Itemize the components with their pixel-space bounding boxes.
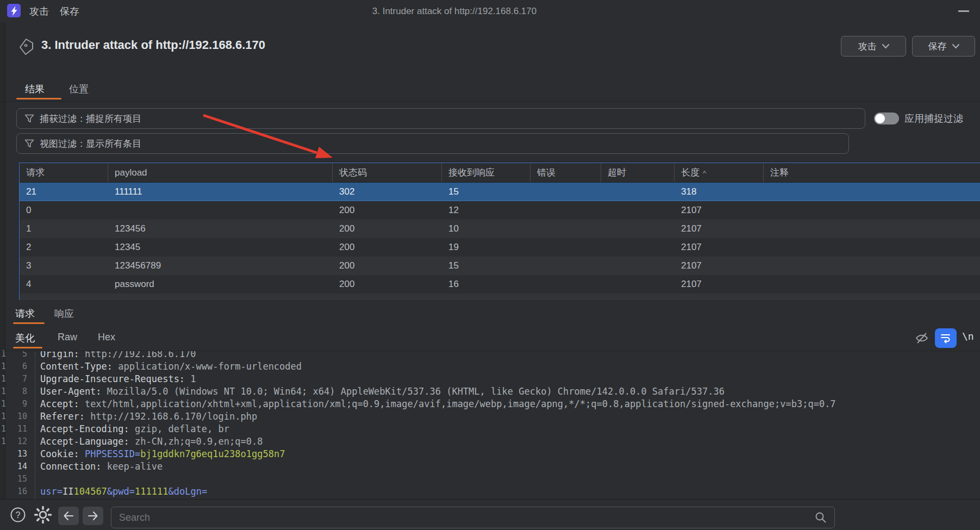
table-cell: 123456 <box>108 220 333 238</box>
table-row[interactable]: 1123456200102107 <box>20 220 980 238</box>
table-cell <box>764 220 980 238</box>
line-content: User-Agent: Mozilla/5.0 (Windows NT 10.0… <box>27 385 725 398</box>
table-cell: 2107 <box>675 275 764 294</box>
table-row[interactable]: 0200122107 <box>20 201 980 220</box>
tab-request[interactable]: 请求 <box>15 307 35 320</box>
active-view-tab-underline <box>13 347 42 348</box>
back-button[interactable] <box>58 507 79 525</box>
background-line-number-fragment: 1 <box>1 385 5 398</box>
table-cell: 12 <box>442 201 530 220</box>
table-cell: 21 <box>20 183 108 201</box>
col-timeout[interactable]: 超时 <box>601 163 675 182</box>
table-cell <box>764 183 980 201</box>
table-cell: 19 <box>442 238 530 257</box>
line-number: 10 <box>5 410 27 423</box>
col-length[interactable]: 长度^ <box>675 163 764 182</box>
capture-filter-bar[interactable]: 捕获过滤：捕捉所有项目 <box>16 108 865 129</box>
line-number: 12 <box>5 435 27 448</box>
table-cell: 2107 <box>675 238 764 257</box>
table-row[interactable]: 2111111130215318 <box>20 183 980 201</box>
col-comment[interactable]: 注释 <box>764 163 980 182</box>
tab-hex[interactable]: Hex <box>98 332 115 343</box>
capture-filter-toggle[interactable] <box>874 113 899 124</box>
divider <box>0 101 980 102</box>
line-content: usr=II104567&pwd=111111&doLgn= <box>27 485 207 498</box>
line-number: 9 <box>5 398 27 410</box>
line-number: 13 <box>5 448 27 460</box>
editor-line: 16usr=II104567&pwd=111111&doLgn= <box>5 485 980 498</box>
request-editor[interactable]: 5Origin: http://192.168.6.1706Content-Ty… <box>5 351 980 499</box>
table-cell <box>530 238 601 257</box>
save-button-label: 保存 <box>928 40 947 53</box>
search-bar <box>111 507 835 528</box>
search-icon[interactable] <box>815 512 827 523</box>
editor-line: 12Accept-Language: zh-CN,zh;q=0.9,en;q=0… <box>5 435 980 448</box>
line-number: 15 <box>5 473 27 485</box>
window-titlebar: 攻击 保存 3. Intruder attack of http://192.1… <box>0 0 980 23</box>
capture-filter-toggle-label: 应用捕捉过滤 <box>904 108 980 129</box>
show-newlines-button[interactable]: \n <box>962 331 974 342</box>
line-content: Accept-Language: zh-CN,zh;q=0.9,en;q=0.8 <box>27 435 263 448</box>
line-content: Referer: http://192.168.6.170/login.php <box>27 410 257 423</box>
line-number: 5 <box>5 351 27 360</box>
background-line-number-fragment: 1 <box>1 435 5 448</box>
table-cell: 15 <box>442 183 530 201</box>
line-number: 16 <box>5 485 27 498</box>
line-content: Origin: http://192.168.6.170 <box>27 351 196 360</box>
tab-pretty[interactable]: 美化 <box>15 332 35 345</box>
table-cell <box>601 201 675 220</box>
table-cell: 318 <box>675 183 764 201</box>
tab-raw[interactable]: Raw <box>58 332 77 343</box>
minimize-button[interactable] <box>958 10 969 12</box>
line-number: 6 <box>5 360 27 373</box>
funnel-icon <box>24 114 34 123</box>
col-status[interactable]: 状态码 <box>333 163 442 182</box>
table-cell: 200 <box>333 220 442 238</box>
forward-button[interactable] <box>83 507 103 525</box>
tab-positions[interactable]: 位置 <box>69 83 89 96</box>
table-row[interactable]: 3123456789200152107 <box>20 257 980 275</box>
table-row[interactable]: 212345200192107 <box>20 238 980 257</box>
table-cell: 4 <box>20 275 108 294</box>
table-cell: 200 <box>333 201 442 220</box>
help-button[interactable]: ? <box>8 500 28 530</box>
table-cell <box>601 257 675 275</box>
word-wrap-button[interactable] <box>935 328 957 348</box>
attack-button[interactable]: 攻击 <box>841 36 906 57</box>
results-rows: 2111111130215318020012210711234562001021… <box>20 183 980 294</box>
table-row[interactable]: 4password200162107 <box>20 275 980 294</box>
editor-line: 5Origin: http://192.168.6.170 <box>5 351 980 360</box>
editor-line: 10Referer: http://192.168.6.170/login.ph… <box>5 410 980 423</box>
table-cell: 111111 <box>108 183 333 201</box>
col-request[interactable]: 请求 <box>20 163 108 182</box>
line-content: Cookie: PHPSESSID=bj1gddkn7g6eq1u238o1gg… <box>27 448 285 460</box>
bottom-toolbar: ? 0匹配 <box>0 500 980 530</box>
col-payload[interactable]: payload <box>108 163 333 182</box>
table-cell <box>601 220 675 238</box>
col-response-received[interactable]: 接收到响应 <box>442 163 530 182</box>
line-content: Accept-Encoding: gzip, deflate, br <box>27 423 229 435</box>
hide-nonprintable-button[interactable] <box>913 329 931 347</box>
tab-response[interactable]: 响应 <box>54 307 74 320</box>
save-button[interactable]: 保存 <box>912 36 975 57</box>
table-cell: password <box>108 275 333 294</box>
settings-button[interactable] <box>32 500 54 530</box>
search-input[interactable] <box>111 512 815 523</box>
background-line-number-fragment: 1 <box>1 373 5 385</box>
table-cell: 2107 <box>675 220 764 238</box>
editor-lines: 5Origin: http://192.168.6.1706Content-Ty… <box>5 351 980 498</box>
table-cell <box>764 275 980 294</box>
tab-results[interactable]: 结果 <box>25 83 45 96</box>
attack-button-label: 攻击 <box>858 40 877 53</box>
table-cell <box>530 201 601 220</box>
col-error[interactable]: 错误 <box>530 163 601 182</box>
table-cell: 200 <box>333 275 442 294</box>
table-cell <box>764 238 980 257</box>
table-cell <box>530 275 601 294</box>
eye-off-icon <box>915 332 929 345</box>
line-content: Accept: text/html,application/xhtml+xml,… <box>27 398 836 410</box>
background-line-number-fragment: 1 <box>1 423 5 435</box>
table-cell <box>764 257 980 275</box>
view-filter-bar[interactable]: 视图过滤：显示所有条目 <box>16 133 849 154</box>
background-window-edge: 11111111 <box>0 23 5 530</box>
